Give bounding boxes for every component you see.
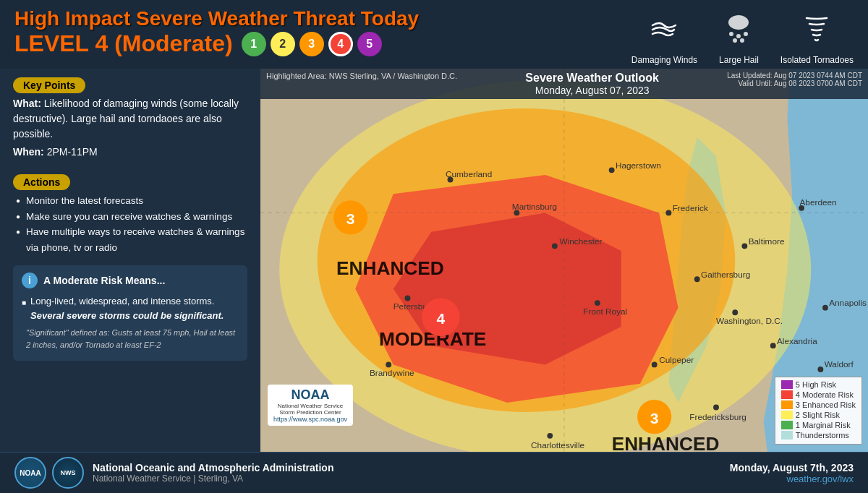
legend-color-2 [781, 411, 793, 419]
map-legend: 5 High Risk 4 Moderate Risk 3 Enhanced R… [775, 377, 862, 445]
noaa-sub-text: National Weather ServiceStorm Prediction… [273, 403, 347, 416]
svg-text:Aberdeen: Aberdeen [800, 197, 837, 207]
outlook-title: Severe Weather Outlook [457, 72, 727, 85]
info-box-title-text: A Moderate Risk Means... [43, 275, 165, 286]
tornado-icon [799, 11, 834, 52]
actions-list: Monitor the latest forecasts Make sure y… [13, 193, 247, 255]
legend-item-3: 3 Enhanced Risk [781, 400, 856, 409]
map-center-title: Severe Weather Outlook Monday, August 07… [457, 72, 727, 96]
map-update-info: Last Updated: Aug 07 2023 0744 AM CDT Va… [727, 72, 862, 87]
header: High Impact Severe Weather Threat Today … [0, 0, 868, 69]
org-name: National Oceanic and Atmospheric Adminis… [93, 462, 333, 473]
svg-text:ENHANCED: ENHANCED [336, 257, 444, 279]
svg-point-2 [736, 34, 741, 38]
svg-text:3: 3 [346, 210, 355, 227]
footer-logos: NOAA NWS [14, 457, 84, 489]
svg-text:Front Royal: Front Royal [583, 306, 627, 317]
bullet-item: ■ Long-lived, widespread, and intense st… [22, 294, 239, 322]
when-label: When: [13, 146, 44, 158]
legend-label-tstorm: Thunderstorms [796, 431, 849, 440]
level-row: LEVEL 4 (Moderate) 1 2 3 4 5 [14, 30, 419, 57]
large-hail-icon-item: Large Hail [719, 11, 759, 65]
svg-point-48 [822, 305, 828, 311]
main-title: High Impact Severe Weather Threat Today [14, 7, 419, 30]
legend-color-5 [781, 380, 793, 389]
header-left: High Impact Severe Weather Threat Today … [14, 7, 419, 57]
legend-item-1: 1 Marginal Risk [781, 421, 856, 429]
svg-text:Baltimore: Baltimore [749, 236, 785, 246]
svg-point-1 [729, 32, 733, 36]
info-icon: i [22, 273, 38, 288]
hail-icon [721, 11, 756, 52]
svg-point-5 [740, 38, 744, 43]
outlook-date: Monday, August 07, 2023 [457, 85, 727, 96]
level-circles: 1 2 3 4 5 [242, 32, 382, 56]
svg-text:Annapolis: Annapolis [829, 298, 867, 308]
footer: NOAA NWS National Oceanic and Atmospheri… [0, 452, 868, 493]
info-emphasis: Several severe storms could be significa… [30, 310, 224, 321]
svg-point-3 [744, 32, 748, 36]
tornado-icon-item: Isolated Tornadoes [780, 11, 854, 65]
map-header: Highlighted Area: NWS Sterling, VA / Was… [260, 69, 868, 99]
spc-url: https://www.spc.noaa.gov [273, 416, 347, 423]
legend-label-1: 1 Marginal Risk [796, 421, 851, 429]
svg-point-20 [741, 243, 747, 249]
level-circle-1: 1 [242, 32, 266, 56]
footer-left: NOAA NWS National Oceanic and Atmospheri… [14, 457, 333, 489]
footer-right: Monday, August 7th, 2023 weather.gov/lwx [730, 462, 854, 484]
svg-point-28 [694, 276, 700, 282]
legend-item-tstorm: Thunderstorms [781, 431, 856, 440]
level-text: LEVEL 4 (Moderate) [14, 30, 233, 57]
large-hail-label: Large Hail [719, 55, 759, 65]
svg-text:Winchester: Winchester [559, 236, 602, 246]
level-circle-5: 5 [357, 32, 382, 56]
noaa-logo-text: NOAA [273, 387, 347, 403]
footer-website: weather.gov/lwx [730, 473, 854, 484]
svg-text:Waldorf: Waldorf [825, 359, 854, 369]
svg-text:Fredericksburg: Fredericksburg [689, 412, 746, 422]
svg-point-16 [609, 167, 615, 173]
damaging-winds-label: Damaging Winds [631, 55, 697, 65]
svg-text:Cumberland: Cumberland [446, 169, 492, 179]
legend-label-2: 2 Slight Risk [796, 411, 840, 419]
info-bullet: Long-lived, widespread, and intense stor… [30, 296, 214, 306]
svg-point-18 [665, 210, 671, 215]
actions-section: Actions Monitor the latest forecasts Mak… [13, 174, 247, 255]
damaging-winds-icon-item: Damaging Winds [631, 11, 697, 65]
svg-point-26 [552, 243, 558, 249]
nws-footer-logo: NWS [52, 457, 84, 489]
content: Key Points What: Likelihood of damaging … [0, 69, 868, 452]
noaa-footer-logo: NOAA [14, 457, 46, 489]
svg-point-38 [595, 300, 600, 306]
info-box-title: i A Moderate Risk Means... [22, 273, 239, 288]
wind-icon [647, 11, 681, 52]
svg-text:Brandywine: Brandywine [370, 368, 414, 378]
svg-text:Culpeper: Culpeper [659, 355, 694, 365]
what-label: What: [13, 98, 41, 109]
level-circle-3: 3 [299, 32, 324, 56]
noaa-box: NOAA National Weather ServiceStorm Predi… [268, 385, 353, 426]
svg-text:Hagerstown: Hagerstown [616, 160, 661, 171]
when-text: When: 2PM-11PM [13, 145, 247, 160]
last-updated: Last Updated: Aug 07 2023 0744 AM CDT [727, 72, 862, 80]
what-text: What: Likelihood of damaging winds (some… [13, 96, 247, 142]
action-item-3: Have multiple ways to receive watches & … [16, 224, 247, 255]
legend-color-tstorm [781, 431, 793, 440]
valid-until: Valid Until: Aug 08 2023 0700 AM CDT [727, 80, 862, 87]
svg-text:Martinsburg: Martinsburg [512, 202, 557, 212]
key-points-section: Key Points What: Likelihood of damaging … [13, 77, 247, 163]
level-circle-2: 2 [271, 32, 295, 56]
svg-point-44 [713, 405, 719, 411]
header-right: Damaging Winds Large Hail [631, 7, 854, 65]
legend-item-5: 5 High Risk [781, 380, 856, 389]
svg-text:ENHANCED: ENHANCED [612, 433, 720, 453]
main-container: High Impact Severe Weather Threat Today … [0, 0, 868, 493]
legend-item-4: 4 Moderate Risk [781, 390, 856, 399]
svg-text:Gaithersburg: Gaithersburg [701, 270, 750, 280]
actions-badge: Actions [13, 174, 70, 190]
legend-label-3: 3 Enhanced Risk [796, 400, 856, 409]
left-panel: Key Points What: Likelihood of damaging … [0, 69, 260, 452]
bullet-square: ■ [22, 297, 26, 308]
svg-text:Charlottesville: Charlottesville [531, 440, 585, 450]
info-box-content: ■ Long-lived, widespread, and intense st… [22, 294, 239, 351]
